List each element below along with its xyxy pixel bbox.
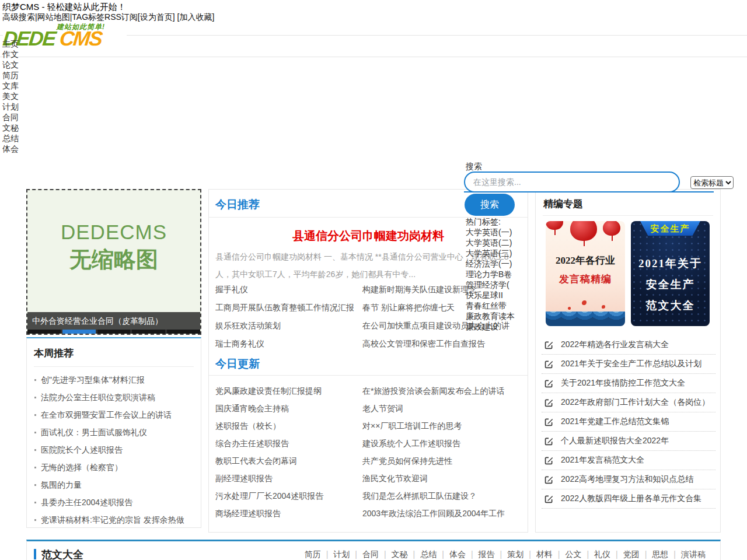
article-link[interactable]: 工商局开展队伍教育整顿工作情况汇报 — [215, 299, 362, 317]
footer-category-link[interactable]: 报告 — [479, 550, 495, 559]
nav-item[interactable]: 主页 — [2, 38, 19, 49]
footer-category-link[interactable]: 计划 — [333, 550, 350, 559]
article-link[interactable]: 党课讲稿材料:牢记党的宗旨 发挥余热做 — [34, 511, 200, 528]
pager-segment[interactable] — [27, 330, 62, 334]
footer-category-link[interactable]: 材料 — [536, 550, 553, 559]
footer-category-link[interactable]: 党团 — [623, 550, 640, 559]
hot-tag-link[interactable]: 管理经济学( — [466, 279, 515, 290]
article-link[interactable]: 共产党员如何保持先进性 — [362, 452, 509, 470]
topbar-links: 高级搜索|网站地图|TAG标签RSS订阅[设为首页] [加入收藏] — [2, 12, 214, 23]
article-link[interactable]: 对××厂职工培训工作的思考 — [362, 417, 509, 435]
search-type-select[interactable]: 检索标题 — [690, 176, 734, 189]
article-link[interactable]: 县委办主任2004述职报告 — [34, 494, 200, 511]
article-link[interactable]: 氛围的力量 — [34, 476, 200, 494]
article-link[interactable]: 污水处理厂厂长2004述职报告 — [215, 487, 362, 505]
topic-link[interactable]: 2022年精选各行业发言稿大全 — [542, 335, 715, 355]
hot-tag-link[interactable]: 大学英语(一) — [466, 227, 515, 237]
hot-tag-link[interactable]: 经济法学(一) — [466, 258, 515, 269]
footer-category-link[interactable]: 策划 — [507, 550, 523, 559]
topic-link[interactable]: 2022人教版四年级上册各单元作文合集 — [542, 489, 715, 509]
hot-tag-link[interactable]: 大学英语(二) — [466, 237, 515, 248]
article-link[interactable]: 渔民文化节欢迎词 — [362, 470, 509, 487]
search-label: 搜索 — [466, 162, 482, 172]
nav-item[interactable]: 作文 — [2, 49, 19, 60]
article-link[interactable]: 在*旅游投资洽谈会新闻发布会上的讲话 — [362, 382, 509, 400]
nav-item[interactable]: 合同 — [2, 112, 19, 123]
topbar-link[interactable]: TAG标签 — [72, 12, 104, 22]
article-link[interactable]: 述职报告（校长） — [215, 417, 362, 435]
separator: | — [616, 550, 618, 559]
slideshow-pager[interactable] — [27, 330, 200, 334]
topic-link[interactable]: 关于2021年疫情防控工作范文大全 — [542, 374, 715, 393]
article-link[interactable]: 高校公文管理和保密工作自查报告 — [362, 335, 509, 353]
today-links-left: 握手礼仪工商局开展队伍教育整顿工作情况汇报娱乐狂欢活动策划瑞士商务礼仪 — [215, 281, 362, 353]
topbar-link[interactable]: 网站地图 — [37, 12, 70, 22]
article-link[interactable]: 娱乐狂欢活动策划 — [215, 317, 362, 335]
footer-category-link[interactable]: 思想 — [652, 550, 668, 559]
nav-item[interactable]: 文库 — [2, 80, 19, 91]
slideshow[interactable]: DEDECMS 无缩略图 中外合资经营企业合同（皮革制品） — [26, 189, 201, 335]
footer-category-link[interactable]: 体会 — [449, 550, 466, 559]
pager-segment[interactable] — [97, 330, 132, 334]
topic-link[interactable]: 个人最新述职报告大全2022年 — [542, 432, 715, 451]
article-link[interactable]: 医院院长个人述职报告 — [34, 441, 200, 459]
article-link[interactable]: 建设系统个人工作述职报告 — [362, 435, 509, 452]
slideshow-caption[interactable]: 中外合资经营企业合同（皮革制品） — [27, 312, 200, 330]
article-link[interactable]: 商场经理述职报告 — [215, 505, 362, 522]
hot-tag-link[interactable]: 理论力学B卷 — [466, 269, 515, 279]
hot-tag-link[interactable]: 廉政教育读本 — [466, 311, 515, 321]
topbar-link[interactable]: 高级搜索 — [2, 12, 35, 22]
nav-item[interactable]: 论文 — [2, 60, 19, 70]
hot-tag-link[interactable]: 青春红丝带 — [466, 300, 515, 311]
nav-item[interactable]: 美文 — [2, 91, 19, 102]
article-link[interactable]: 副经理述职报告 — [215, 470, 362, 487]
topbar-link[interactable]: [加入收藏] — [177, 12, 215, 22]
topbar-link[interactable]: RSS订阅 — [104, 12, 138, 22]
site-logo[interactable]: 建站如此简单! DEDECMS — [3, 22, 127, 53]
footer-category-link[interactable]: 文秘 — [392, 550, 408, 559]
pager-segment[interactable] — [167, 330, 200, 334]
topic-link[interactable]: 2021年党建工作总结范文集锦 — [542, 412, 715, 432]
topic-link[interactable]: 2022高考地理复习方法和知识点总结 — [542, 470, 715, 489]
article-link[interactable]: 创"先进学习型集体"材料汇报 — [34, 371, 200, 388]
title-accent-bar — [34, 549, 36, 559]
footer-category-link[interactable]: 公文 — [565, 550, 581, 559]
article-link[interactable]: 党风廉政建设责任制汇报提纲 — [215, 382, 362, 400]
article-link[interactable]: 我们是怎么样抓职工队伍建设？ — [362, 487, 509, 505]
article-link[interactable]: 法院办公室主任职位竞职演讲稿 — [34, 388, 200, 406]
topic-link[interactable]: 2021年关于安全生产工作总结以及计划 — [542, 355, 715, 374]
nav-item[interactable]: 计划 — [2, 102, 19, 112]
article-link[interactable]: 在全市双拥暨安置工作会议上的讲话 — [34, 406, 200, 424]
footer-category-link[interactable]: 总结 — [420, 550, 437, 559]
nav-item[interactable]: 简历 — [2, 70, 19, 80]
topic-link[interactable]: 2022年政府部门工作计划大全（各岗位） — [542, 393, 715, 412]
topic-banner-safety-2021[interactable]: 安全生产 2021年关于 安全生产 范文大全 — [631, 221, 710, 326]
footer-category-link[interactable]: 演讲稿 — [681, 550, 706, 559]
search-button[interactable]: 搜索 — [465, 194, 515, 216]
nav-item[interactable]: 体会 — [2, 144, 19, 154]
article-link[interactable]: 无悔的选择（检察官） — [34, 459, 200, 476]
topic-link[interactable]: 2021年发言稿范文大全 — [542, 451, 715, 470]
article-link[interactable]: 老人节贺词 — [362, 400, 509, 417]
hot-tag-link[interactable]: 廉政建设 — [466, 321, 515, 332]
footer-category-link[interactable]: 合同 — [362, 550, 379, 559]
article-link[interactable]: 瑞士商务礼仪 — [215, 335, 362, 353]
nav-item[interactable]: 文秘 — [2, 123, 19, 133]
page: 织梦CMS - 轻松建站从此开始！ 高级搜索|网站地图|TAG标签RSS订阅[设… — [0, 0, 747, 560]
article-link[interactable]: 面试礼仪：男士面试服饰礼仪 — [34, 424, 200, 441]
article-link[interactable]: 2003年政法综治工作回顾及2004年工作 — [362, 505, 509, 522]
pager-segment[interactable] — [132, 330, 167, 334]
article-link[interactable]: 综合办主任述职报告 — [215, 435, 362, 452]
topbar-link[interactable]: [设为首页] — [138, 12, 177, 22]
footer-category-link[interactable]: 礼仪 — [594, 550, 610, 559]
topic-banner-speeches-2022[interactable]: 2022年各行业 发言稿精编 — [546, 221, 625, 326]
article-link[interactable]: 教职工代表大会闭幕词 — [215, 452, 362, 470]
article-link[interactable]: 国庆通宵晚会主持稿 — [215, 400, 362, 417]
article-link[interactable]: 握手礼仪 — [215, 281, 362, 299]
hot-tag-link[interactable]: 快乐星球II — [466, 290, 515, 300]
footer-category-link[interactable]: 简历 — [305, 550, 321, 559]
hot-tag-link[interactable]: 大学英语(三) — [466, 248, 515, 258]
nav-item[interactable]: 总结 — [2, 133, 19, 144]
search-input[interactable] — [464, 172, 680, 192]
pager-segment[interactable] — [62, 330, 97, 334]
